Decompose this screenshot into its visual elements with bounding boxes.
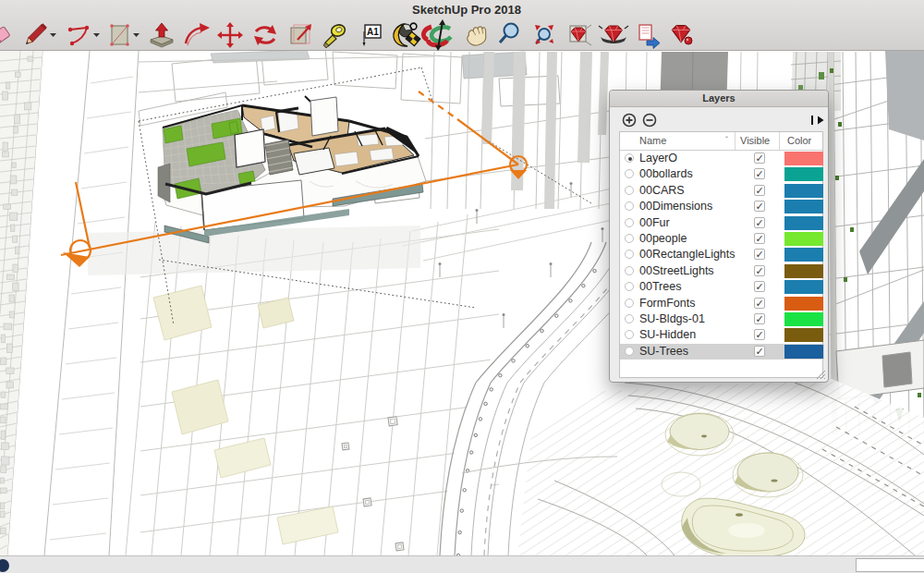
- svg-text:A1: A1: [367, 27, 379, 37]
